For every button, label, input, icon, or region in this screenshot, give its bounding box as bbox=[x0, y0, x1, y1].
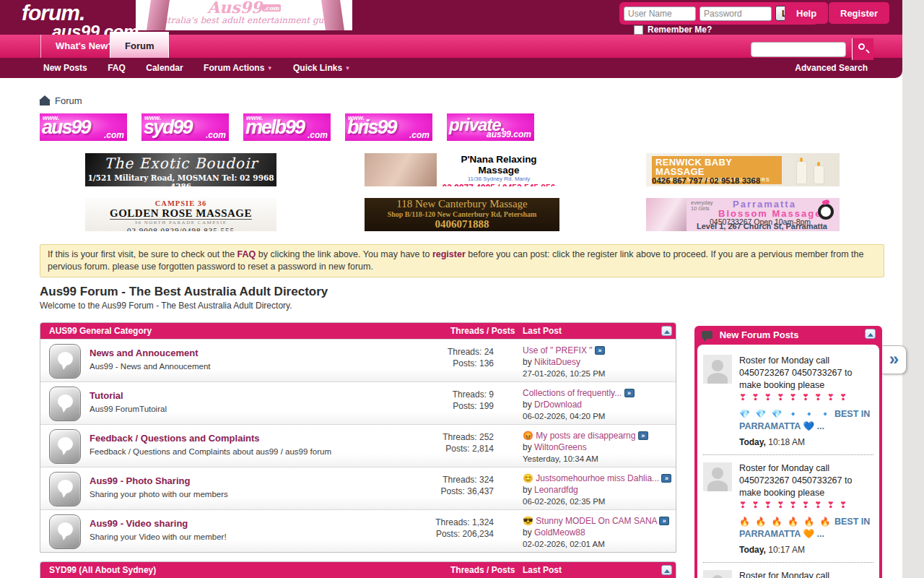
avatar bbox=[703, 570, 732, 578]
last-post-user[interactable]: DrDownload bbox=[534, 400, 582, 410]
main-wrap: AUS99 General Category Threads / Posts L… bbox=[40, 322, 902, 578]
forum-row: Aus99 - Photo Sharing Sharing your photo… bbox=[40, 467, 676, 509]
banner-syd99[interactable]: www. syd99 .com bbox=[141, 113, 229, 141]
forum-stats: Threads: 24Posts: 136 bbox=[400, 346, 494, 369]
nav-forum-actions[interactable]: Forum Actions ▼ bbox=[204, 63, 273, 73]
register-button[interactable]: Register bbox=[829, 2, 889, 24]
logo-line1: forum. bbox=[22, 3, 139, 24]
last-post-link[interactable]: Collections of frequently... bbox=[523, 388, 622, 398]
remember-checkbox[interactable] bbox=[634, 25, 643, 35]
ad-renwick-baby-massage[interactable]: RENWICK BABY MASSAGE RENWICK ST LEICHHAR… bbox=[646, 153, 840, 186]
sidebar-post[interactable]: Roster for Monday call 0450723267 045073… bbox=[703, 562, 873, 578]
last-post-user[interactable]: GoldMeow88 bbox=[534, 527, 585, 538]
last-post-user[interactable]: WiltonGreens bbox=[534, 442, 587, 452]
forum-description: Sharing your photo with our members bbox=[90, 490, 400, 499]
faq-link[interactable]: FAQ bbox=[237, 249, 256, 259]
site-banner-row: www. aus99 .com www. syd99 .com www. mel… bbox=[40, 113, 902, 141]
forum-link[interactable]: Feedback / Questions and Complaints bbox=[90, 433, 260, 444]
breadcrumb-forum[interactable]: Forum bbox=[55, 95, 82, 106]
banner-aus99[interactable]: www. aus99 .com bbox=[40, 113, 127, 141]
header-ad-banner[interactable]: Aus99.com Australia's best adult enterta… bbox=[136, 0, 352, 30]
advanced-search-link[interactable]: Advanced Search bbox=[795, 58, 868, 78]
forum-icon bbox=[49, 344, 81, 379]
forum-row: Aus99 - Video sharing Sharing your Video… bbox=[40, 509, 676, 552]
forum-icon bbox=[49, 514, 81, 549]
collapse-icon[interactable] bbox=[661, 565, 672, 575]
forum-link[interactable]: Tutorial bbox=[90, 390, 123, 401]
last-post-user[interactable]: Leonardfdg bbox=[534, 485, 578, 495]
goto-last-post-icon[interactable]: » bbox=[595, 346, 605, 355]
last-post-date: 06-02-2026, 02:35 PM bbox=[523, 496, 673, 507]
tab-forum[interactable]: Forum bbox=[110, 32, 169, 58]
remember-label: Remember Me? bbox=[648, 25, 712, 35]
forum-stats: Threads: 324Posts: 36,437 bbox=[400, 474, 494, 497]
post-date: Today, 10:18 AM bbox=[739, 436, 873, 449]
last-post-date: Yesterday, 10:34 AM bbox=[523, 453, 673, 465]
last-post-link[interactable]: Use of " PREFIX " bbox=[523, 345, 593, 355]
forum-link[interactable]: News and Annoucement bbox=[90, 348, 198, 358]
avatar bbox=[703, 355, 732, 384]
forum-row: News and Annoucement Aus99 - News and An… bbox=[40, 339, 676, 381]
forum-link[interactable]: Aus99 - Photo Sharing bbox=[90, 475, 190, 486]
forum-row: Feedback / Questions and Complaints Feed… bbox=[40, 424, 676, 467]
sidebar-header: New Forum Posts bbox=[697, 326, 879, 345]
ad-pnana-massage[interactable]: P'Nana Relaxing Massage 11/36 Sydney Rd.… bbox=[365, 153, 559, 186]
page-title: Aus99 Forum - The Best Australia Adult D… bbox=[40, 285, 902, 299]
banner-private-aus99[interactable]: private. aus99.com bbox=[447, 113, 534, 141]
post-title: Roster for Monday call 0450723267 045073… bbox=[739, 463, 852, 498]
sidebar-post[interactable]: Roster for Monday call 0450723267 045073… bbox=[703, 454, 873, 562]
goto-last-post-icon[interactable]: » bbox=[624, 389, 635, 397]
angry-emoji-icon: 😡 bbox=[523, 431, 533, 441]
post-highlight: 💎 💎 💎 🔹 🔹 🔹 BEST IN PARRAMATTA 💙 ... bbox=[739, 408, 873, 433]
username-input[interactable] bbox=[624, 7, 696, 21]
password-input[interactable] bbox=[699, 7, 772, 21]
banner-bris99[interactable]: www. bris99 .com bbox=[345, 113, 432, 141]
ad-canterbury-massage[interactable]: 118 New Canterbury Massage Shop B/118-12… bbox=[365, 198, 559, 231]
remember-me[interactable]: Remember Me? bbox=[634, 25, 712, 35]
home-icon[interactable] bbox=[40, 96, 50, 105]
massage-photo bbox=[365, 153, 437, 186]
register-link[interactable]: register bbox=[432, 249, 466, 259]
goto-last-post-icon[interactable]: » bbox=[661, 474, 671, 483]
column-last-post: Last Post bbox=[523, 562, 562, 578]
page-head: Aus99 Forum - The Best Australia Adult D… bbox=[40, 285, 902, 311]
nav-calendar[interactable]: Calendar bbox=[146, 63, 183, 73]
forum-stats: Threads: 252Posts: 2,814 bbox=[400, 431, 494, 454]
sidebar-post[interactable]: Roster for Monday call 0450723267 045073… bbox=[703, 348, 873, 454]
last-post-user[interactable]: NikitaDuesy bbox=[534, 357, 580, 367]
search-button[interactable] bbox=[852, 38, 873, 60]
last-post-link[interactable]: Justsomehourhoe miss Dahlia... bbox=[536, 473, 659, 483]
category-aus99-general: AUS99 General Category Threads / Posts L… bbox=[40, 322, 676, 553]
sidebar-expand-button[interactable]: » bbox=[882, 345, 907, 374]
ad-golden-rose-massage[interactable]: CAMPSIE 36 GOLDEN ROSE MASSAGE 36 NORTH … bbox=[85, 198, 276, 231]
subnav: New Posts FAQ Calendar Forum Actions ▼ Q… bbox=[0, 58, 902, 78]
last-post-link[interactable]: Stunny MODEL On CAM SANA bbox=[536, 516, 657, 526]
category-header[interactable]: AUS99 General Category Threads / Posts L… bbox=[40, 323, 676, 339]
ad-blossom-massage[interactable]: everyday10 Girls Parramatta Blossom Mass… bbox=[646, 198, 840, 231]
ad-exotic-boudoir[interactable]: The Exotic Boudoir 1/521 Military Road, … bbox=[85, 153, 276, 186]
massage-photo bbox=[646, 198, 687, 231]
category-header[interactable]: SYD99 (All About Sydney) Threads / Posts… bbox=[40, 562, 676, 578]
help-button[interactable]: Help bbox=[785, 2, 828, 24]
forum-link[interactable]: Aus99 - Video sharing bbox=[90, 518, 188, 529]
last-post: 😡 My posts are disappearng » by WiltonGr… bbox=[523, 430, 673, 465]
search-input[interactable] bbox=[751, 42, 846, 57]
goto-last-post-icon[interactable]: » bbox=[638, 431, 648, 440]
hearts-emoji-row: ❣ ❣ ❣ ❣ ❣ ❣ ❣ ❣ ❣ bbox=[739, 499, 873, 512]
category-name: SYD99 (All About Sydney) bbox=[49, 565, 156, 575]
column-threads-posts: Threads / Posts bbox=[450, 562, 515, 578]
collapse-icon[interactable] bbox=[865, 329, 876, 339]
nav-new-posts[interactable]: New Posts bbox=[43, 63, 87, 73]
nav-faq[interactable]: FAQ bbox=[108, 63, 126, 73]
sidebar-card: Roster for Monday call 0450723267 045073… bbox=[697, 345, 879, 578]
last-post: 😎 Stunny MODEL On CAM SANA » by GoldMeow… bbox=[523, 515, 673, 550]
collapse-icon[interactable] bbox=[661, 326, 672, 336]
last-post: Collections of frequently... » by DrDown… bbox=[523, 387, 673, 422]
candle-icon bbox=[814, 166, 824, 184]
forum-icon bbox=[49, 472, 81, 506]
goto-last-post-icon[interactable]: » bbox=[659, 517, 669, 525]
nav-quick-links[interactable]: Quick Links ▼ bbox=[293, 63, 350, 73]
category-syd99: SYD99 (All About Sydney) Threads / Posts… bbox=[40, 561, 676, 578]
banner-melb99[interactable]: www. melb99 .com bbox=[243, 113, 331, 141]
last-post-link[interactable]: My posts are disappearng bbox=[536, 431, 635, 441]
